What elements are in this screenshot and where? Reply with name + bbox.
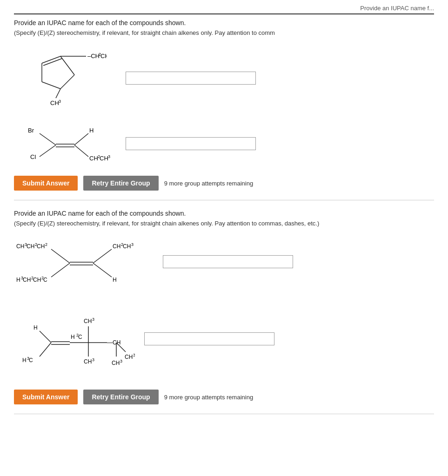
svg-text:Br: Br: [28, 127, 34, 134]
section2-sub: (Specify (E)/(Z) stereochemistry, if rel…: [14, 220, 434, 227]
svg-text:3: 3: [120, 359, 122, 364]
compound4-svg: H H 3 C H 2 C CH 3: [14, 296, 135, 380]
compound1-svg: –CH 2 CH 3 CH 3: [14, 45, 107, 110]
svg-line-20: [40, 145, 56, 157]
section1-button-row: Submit Answer Retry Entire Group 9 more …: [14, 176, 434, 191]
svg-line-29: [51, 249, 70, 263]
svg-text:–CH: –CH: [87, 53, 100, 60]
svg-text:C: C: [29, 357, 33, 364]
svg-text:3: 3: [92, 317, 94, 322]
section2-button-row: Submit Answer Retry Entire Group 9 more …: [14, 390, 434, 404]
section1-retry-button[interactable]: Retry Entire Group: [83, 176, 158, 191]
section2-compound2-image: H H 3 C H 2 C CH 3: [14, 296, 135, 381]
section1-compound2-image: Br H Cl CH 2 CH 3: [14, 119, 116, 167]
svg-line-4: [42, 82, 60, 89]
section1-attempts-text: 9 more group attempts remaining: [164, 180, 253, 187]
section2-answer2-input[interactable]: [144, 332, 274, 345]
svg-text:H: H: [71, 334, 75, 340]
section1-compound1-row: –CH 2 CH 3 CH 3: [14, 45, 434, 111]
svg-text:CH: CH: [37, 243, 45, 250]
svg-line-55: [40, 343, 51, 357]
svg-line-22: [74, 145, 88, 157]
svg-text:H: H: [22, 357, 27, 364]
svg-text:C: C: [43, 277, 47, 283]
svg-text:2: 2: [45, 242, 47, 247]
section2-compound1-image: CH 3 CH 2 CH 2 CH 2 CH 3 H 3 CH: [14, 235, 154, 288]
section1-answer2-input[interactable]: [126, 137, 256, 150]
svg-line-49: [93, 263, 112, 277]
section1-answer1-input[interactable]: [126, 72, 256, 85]
svg-text:CH: CH: [112, 360, 120, 366]
svg-line-16: [40, 133, 56, 145]
svg-line-53: [40, 331, 51, 343]
svg-text:3: 3: [131, 242, 134, 247]
compound2-svg: Br H Cl CH 2 CH 3: [14, 119, 116, 166]
svg-text:CH: CH: [125, 354, 133, 360]
section2-answer1-input[interactable]: [163, 255, 293, 268]
svg-text:3: 3: [108, 154, 110, 159]
svg-text:CH: CH: [23, 277, 31, 283]
section2-title: Provide an IUPAC name for each of the co…: [14, 210, 434, 217]
svg-line-2: [60, 56, 74, 75]
compound3-svg: CH 3 CH 2 CH 2 CH 2 CH 3 H 3 CH: [14, 235, 154, 286]
section1-compound1-image: –CH 2 CH 3 CH 3: [14, 45, 116, 111]
svg-line-18: [74, 133, 88, 145]
svg-text:H: H: [16, 277, 20, 283]
svg-text:CH: CH: [33, 277, 41, 283]
svg-text:Cl: Cl: [30, 153, 36, 160]
svg-text:CH: CH: [89, 155, 98, 162]
svg-text:3: 3: [92, 357, 94, 362]
section2-compound1-row: CH 3 CH 2 CH 2 CH 2 CH 3 H 3 CH: [14, 235, 434, 288]
svg-line-41: [51, 263, 70, 277]
section1-compound2-row: Br H Cl CH 2 CH 3: [14, 119, 434, 167]
section1-title: Provide an IUPAC name for each of the co…: [14, 19, 434, 26]
svg-text:CH: CH: [16, 243, 24, 250]
svg-text:CH: CH: [100, 53, 107, 60]
svg-line-3: [60, 75, 74, 89]
top-bar: Provide an IUPAC name f...: [14, 5, 434, 14]
section-2: Provide an IUPAC name for each of the co…: [14, 210, 434, 414]
svg-text:CH: CH: [27, 243, 34, 250]
svg-text:CH: CH: [50, 99, 59, 106]
svg-text:CH: CH: [100, 155, 108, 162]
svg-text:CH: CH: [84, 318, 92, 324]
svg-text:C: C: [78, 334, 82, 340]
svg-text:CH: CH: [84, 358, 92, 365]
svg-line-1: [43, 59, 62, 66]
svg-line-11: [56, 89, 60, 98]
section2-submit-button[interactable]: Submit Answer: [14, 390, 78, 404]
svg-text:3: 3: [133, 353, 135, 357]
svg-line-36: [93, 249, 112, 263]
svg-line-74: [116, 343, 126, 352]
svg-text:CH: CH: [123, 243, 131, 250]
svg-text:H: H: [89, 127, 94, 134]
svg-text:H: H: [33, 324, 38, 331]
section2-retry-button[interactable]: Retry Entire Group: [83, 390, 158, 404]
svg-line-0: [42, 56, 60, 63]
section2-attempts-text: 9 more group attempts remaining: [164, 394, 253, 401]
page: Provide an IUPAC name f... Provide an IU…: [0, 0, 448, 437]
section-1: Provide an IUPAC name for each of the co…: [14, 19, 434, 200]
section1-submit-button[interactable]: Submit Answer: [14, 176, 78, 191]
svg-text:H: H: [113, 277, 117, 283]
section2-compound2-row: H H 3 C H 2 C CH 3: [14, 296, 434, 381]
section1-sub: (Specify (E)/(Z) stereochemistry, if rel…: [14, 29, 434, 36]
svg-text:CH: CH: [113, 243, 120, 250]
top-bar-text: Provide an IUPAC name f...: [360, 5, 434, 12]
svg-text:3: 3: [59, 99, 61, 104]
